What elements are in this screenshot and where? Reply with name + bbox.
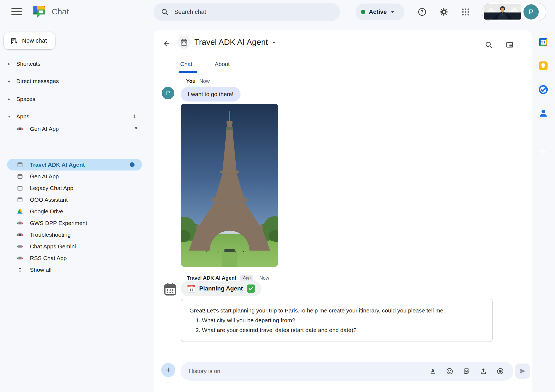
white-check-mark-emoji-icon: [247, 284, 255, 293]
active-status-dot-icon: [361, 10, 365, 14]
calendar-icon: [17, 162, 23, 168]
tab-chat[interactable]: Chat: [180, 61, 192, 67]
calendar-icon: [17, 197, 23, 203]
google-keep-icon[interactable]: [538, 60, 549, 71]
message-input[interactable]: [189, 368, 429, 374]
app-title: Chat: [52, 7, 69, 16]
app-badge: App: [240, 275, 253, 281]
settings-gear-icon[interactable]: [439, 7, 448, 17]
calendar-icon: [17, 173, 23, 179]
eiffel-tower-image[interactable]: [181, 104, 278, 267]
emoji-icon[interactable]: [446, 367, 454, 375]
expand-down-icon: ▾: [8, 114, 12, 119]
main-menu-icon[interactable]: [11, 8, 22, 16]
conversation-title[interactable]: Travel ADK AI Agent: [194, 37, 276, 47]
message-meta: Travel ADK AI Agent App Now: [187, 275, 269, 281]
calendar-july-17-emoji-icon: July17: [187, 284, 195, 293]
calendar-icon: [17, 185, 23, 191]
new-chat-button[interactable]: New chat: [4, 32, 55, 49]
apps-count-badge: 1: [133, 114, 136, 119]
pin-icon: [133, 126, 139, 132]
conversation-tabs: Chat About: [154, 59, 532, 73]
agent-calendar-avatar-icon: [163, 282, 178, 297]
sidebar-item-travel-adk-ai-agent[interactable]: Travel ADK AI Agent: [7, 159, 142, 170]
avatar: P: [523, 4, 539, 20]
help-icon[interactable]: ?: [417, 7, 427, 17]
agent-card-header: July17 Planning Agent: [181, 281, 261, 296]
sidebar-section-spaces[interactable]: ▸ Spaces: [8, 95, 35, 103]
new-chat-icon: [10, 37, 18, 45]
agent-avatar: [177, 36, 191, 49]
google-calendar-icon[interactable]: 31: [538, 37, 549, 48]
search-in-conversation-icon[interactable]: [485, 41, 493, 49]
robot-icon: [17, 232, 23, 238]
expand-right-icon: ▸: [8, 79, 12, 84]
robot-icon: [17, 220, 23, 226]
sidebar-section-shortcuts[interactable]: ▸ Shortcuts: [8, 60, 40, 68]
message-meta: YouNow: [186, 78, 210, 84]
unfold-more-icon: [17, 267, 23, 273]
search-icon: [161, 8, 169, 16]
sticker-gif-icon[interactable]: [463, 367, 470, 375]
agent-question-list: What city will you be departing from? Wh…: [195, 315, 484, 335]
sidebar-item-gen-ai-app[interactable]: Gen AI App: [0, 123, 148, 135]
svg-text:?: ?: [421, 9, 424, 15]
sidebar-section-apps[interactable]: ▾ Apps: [8, 112, 29, 121]
agent-question: What are your desired travel dates (star…: [202, 325, 484, 335]
google-contacts-icon[interactable]: [538, 108, 549, 119]
status-selector[interactable]: Active: [356, 4, 404, 20]
conversation-panel: Travel ADK AI Agent Chat About YouNow P …: [154, 30, 532, 392]
sidebar-item-gws-dpp-experiment[interactable]: GWS DPP Experiment: [0, 217, 148, 229]
sidebar-item-google-drive[interactable]: Google Drive: [0, 206, 148, 217]
tab-about[interactable]: About: [215, 61, 230, 67]
sidebar-section-direct-messages[interactable]: ▸ Direct messages: [8, 77, 59, 85]
record-video-message-icon[interactable]: [496, 367, 504, 375]
expand-right-icon: ▸: [8, 97, 12, 102]
search-input[interactable]: [174, 8, 321, 15]
user-message-bubble: I want to go there!: [181, 87, 241, 102]
sidebar-show-all[interactable]: Show all: [0, 264, 148, 276]
agent-question: What city will you be departing from?: [202, 315, 484, 325]
text-format-icon[interactable]: A: [429, 367, 437, 375]
expand-right-icon: ▸: [8, 61, 12, 66]
back-arrow-icon[interactable]: [163, 40, 171, 48]
sidebar: New chat ▸ Shortcuts ▸ Direct messages ▸…: [0, 24, 154, 392]
unread-dot: [130, 162, 135, 167]
chevron-down-icon: [391, 11, 395, 13]
robot-icon: [17, 243, 23, 249]
robot-icon: [17, 255, 23, 261]
upload-file-icon[interactable]: [479, 367, 487, 375]
account-switcher[interactable]: P: [482, 3, 546, 21]
sidebar-item-gen-ai-app-2[interactable]: Gen AI App: [0, 170, 148, 182]
svg-text:31: 31: [541, 40, 545, 44]
add-attachment-button[interactable]: [161, 363, 175, 377]
active-tab-underline: [179, 71, 197, 73]
open-in-split-pane-icon[interactable]: [506, 41, 514, 49]
google-tasks-icon[interactable]: [538, 84, 549, 95]
side-panel-rail: 31: [532, 24, 555, 392]
agent-message-card: Great! Let's start planning your trip to…: [181, 299, 493, 342]
sidebar-item-ooo-assistant[interactable]: OOO Assistant: [0, 194, 148, 206]
google-drive-icon: [17, 208, 23, 214]
sidebar-item-troubleshooting[interactable]: Troubleshooting: [0, 229, 148, 241]
user-avatar: P: [162, 87, 174, 99]
profile-illustration: [484, 4, 521, 20]
send-message-button[interactable]: [515, 363, 530, 379]
robot-icon: [17, 126, 23, 132]
chevron-down-icon: [272, 42, 276, 44]
add-panel-app-icon[interactable]: [538, 146, 548, 156]
agent-message-intro: Great! Let's start planning your trip to…: [189, 306, 484, 315]
sidebar-item-chat-apps-gemini[interactable]: Chat Apps Gemini: [0, 241, 148, 252]
message-compose-bar[interactable]: A: [181, 362, 513, 381]
sidebar-item-legacy-chat-app[interactable]: Legacy Chat App: [0, 182, 148, 194]
svg-text:A: A: [431, 368, 435, 374]
google-apps-grid-icon[interactable]: [461, 7, 470, 17]
top-bar: Chat Active ?: [0, 0, 555, 24]
search-bar[interactable]: [154, 3, 340, 21]
sidebar-item-rss-chat-app[interactable]: RSS Chat App: [0, 252, 148, 264]
google-chat-logo-icon: [32, 4, 47, 20]
